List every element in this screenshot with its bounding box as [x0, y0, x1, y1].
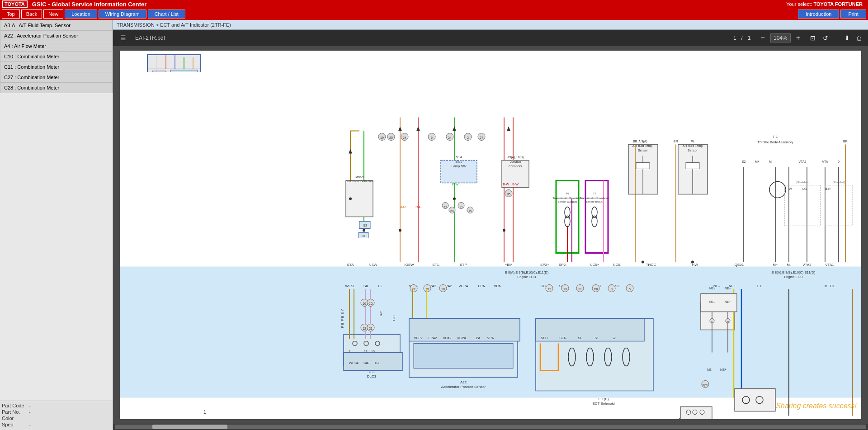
introduction-button[interactable]: Introduction — [798, 9, 839, 19]
nav-right: Introduction Print — [798, 9, 866, 19]
color-label: Color — [2, 416, 29, 421]
svg-text:DLC3: DLC3 — [367, 374, 377, 378]
pdf-download-button[interactable]: ⬇ — [843, 33, 852, 43]
svg-text:2: 2 — [467, 136, 469, 139]
color-value: - — [29, 416, 31, 421]
svg-text:8: 8 — [611, 288, 613, 291]
svg-text:6: 6 — [431, 136, 433, 139]
svg-text:M+: M+ — [773, 263, 778, 267]
sidebar-item-a3a[interactable]: A3-A : A/T Fluid Temp. Sensor — [0, 20, 113, 30]
svg-text:IGSW: IGSW — [404, 263, 414, 267]
svg-text:SL: SL — [578, 336, 582, 340]
svg-text:G-W: G-W — [452, 183, 459, 186]
svg-text:24: 24 — [460, 205, 463, 208]
svg-text:B-W: B-W — [512, 183, 519, 186]
svg-text:12: 12 — [547, 288, 551, 291]
svg-text:VPA: VPA — [494, 284, 501, 288]
wiring-diagram-button[interactable]: Wiring Diagram — [99, 9, 146, 19]
svg-text:Starter: Starter — [354, 175, 364, 179]
svg-text:EPA: EPA — [474, 336, 480, 340]
svg-text:13: 13 — [563, 288, 567, 291]
wiring-diagram: 2TR-FE 1 STA NSW IGSW ST1- — [120, 51, 861, 419]
sidebar-item-a4[interactable]: A4 : Air Flow Meter — [0, 41, 113, 51]
nav-bar: Top Back New Location Wiring Diagram Cha… — [0, 8, 868, 20]
pdf-page-current: 1 — [733, 35, 736, 41]
new-button[interactable]: New — [43, 9, 63, 19]
sidebar-item-c10[interactable]: C10 : Combination Meter — [0, 51, 113, 61]
svg-text:B-W: B-W — [503, 183, 509, 186]
sidebar-item-a22[interactable]: A22 : Accelerator Position Sensor — [0, 30, 113, 41]
pdf-zoom-out-button[interactable]: − — [759, 33, 767, 43]
pdf-page-total: 1 — [748, 35, 751, 41]
svg-text:M+: M+ — [755, 160, 760, 163]
watermark: Sharing creates success! — [776, 402, 857, 410]
chart-list-button[interactable]: Chart / List — [148, 9, 185, 19]
pdf-menu-button[interactable]: ☰ — [118, 33, 128, 43]
top-bar-left: TOYOTA GSIC - Global Service Information… — [2, 0, 146, 8]
svg-text:Accelerator Position Sensor: Accelerator Position Sensor — [441, 385, 486, 389]
svg-text:ECT Solenoid: ECT Solenoid — [592, 402, 614, 406]
svg-point-123 — [453, 198, 456, 200]
pdf-viewer[interactable]: ☰ EAI-2TR.pdf 1 / 1 − 104% + ⊡ ↺ ⬇ ⎙ — [113, 30, 868, 430]
svg-text:B-O: B-O — [400, 205, 406, 208]
svg-text:A22: A22 — [460, 380, 467, 384]
part-no-field: Part No. - — [2, 409, 111, 415]
sidebar-item-c27[interactable]: C27 : Combination Meter — [0, 72, 113, 82]
bottom-scrollbar[interactable] — [113, 424, 868, 430]
svg-text:TC: TC — [374, 361, 379, 365]
svg-text:BR: BR — [843, 140, 848, 143]
svg-text:B-R: B-R — [825, 187, 830, 190]
svg-text:LG: LG — [802, 187, 807, 190]
pdf-print-button[interactable]: ⎙ — [855, 33, 863, 43]
vehicle-name: TOYOTA FORTUNER — [813, 1, 863, 7]
svg-text:TC: TC — [377, 284, 382, 288]
svg-text:VTA: VTA — [822, 160, 828, 163]
svg-text:I13: I13 — [363, 224, 367, 227]
svg-text:ST1-: ST1- — [432, 263, 440, 267]
scrollbar-track[interactable] — [115, 425, 866, 429]
svg-text:NE+: NE+ — [720, 368, 726, 371]
sidebar-scroll[interactable]: A3-A : A/T Fluid Temp. Sensor A22 : Acce… — [0, 20, 113, 401]
svg-point-203 — [642, 261, 644, 264]
pdf-rotate-button[interactable]: ↺ — [821, 33, 830, 43]
svg-text:E1: E1 — [757, 284, 762, 288]
svg-text:MED1: MED1 — [825, 284, 835, 288]
svg-text:M-: M- — [769, 160, 773, 163]
top-button[interactable]: Top — [2, 9, 20, 19]
svg-text:24: 24 — [403, 136, 406, 139]
svg-text:E 1(B): E 1(B) — [599, 397, 609, 401]
svg-text:STP: STP — [460, 263, 467, 267]
page-label: 1 — [203, 409, 206, 415]
svg-text:Stop: Stop — [455, 160, 462, 164]
scrollbar-thumb[interactable] — [152, 425, 227, 429]
svg-text:I02: I02 — [362, 235, 366, 237]
color-field: Color - — [2, 416, 111, 421]
spec-value: - — [29, 422, 31, 427]
svg-text:SLT-: SLT- — [559, 336, 566, 340]
svg-text:WFSE: WFSE — [345, 284, 355, 288]
svg-text:18: 18 — [441, 288, 445, 291]
svg-text:A/T fluid Temp: A/T fluid Temp — [683, 144, 703, 148]
svg-text:24: 24 — [448, 136, 452, 139]
svg-text:THW: THW — [690, 263, 698, 267]
location-button[interactable]: Location — [65, 9, 97, 19]
print-button[interactable]: Print — [840, 9, 866, 19]
toyota-logo: TOYOTA — [2, 0, 28, 8]
svg-text:VPA2: VPA2 — [443, 336, 452, 340]
spec-label: Spec — [2, 422, 29, 427]
back-button[interactable]: Back — [21, 9, 42, 19]
pdf-fit-button[interactable]: ⊡ — [808, 33, 817, 43]
svg-text:VTA1: VTA1 — [825, 263, 834, 267]
sidebar-item-c28[interactable]: C28 : Combination Meter — [0, 82, 113, 93]
pdf-zoom-in-button[interactable]: + — [794, 33, 802, 43]
svg-text:NE-: NE- — [709, 287, 715, 290]
svg-text:Transmission Revolution: Transmission Revolution — [552, 197, 582, 199]
sidebar-item-c11[interactable]: C11 : Combination Meter — [0, 61, 113, 72]
pdf-toolbar: ☰ EAI-2TR.pdf 1 / 1 − 104% + ⊡ ↺ ⬇ ⎙ — [113, 30, 868, 46]
svg-text:W: W — [691, 140, 694, 143]
svg-text:Sensor: Sensor — [638, 149, 648, 152]
vehicle-select: Your select: TOYOTA FORTUNER — [786, 1, 863, 7]
svg-text:21: 21 — [369, 327, 373, 330]
pdf-content[interactable]: 2TR-FE 1 STA NSW IGSW ST1- — [113, 46, 868, 424]
pdf-toolbar-right: 1 / 1 − 104% + ⊡ ↺ ⬇ ⎙ — [733, 33, 863, 43]
